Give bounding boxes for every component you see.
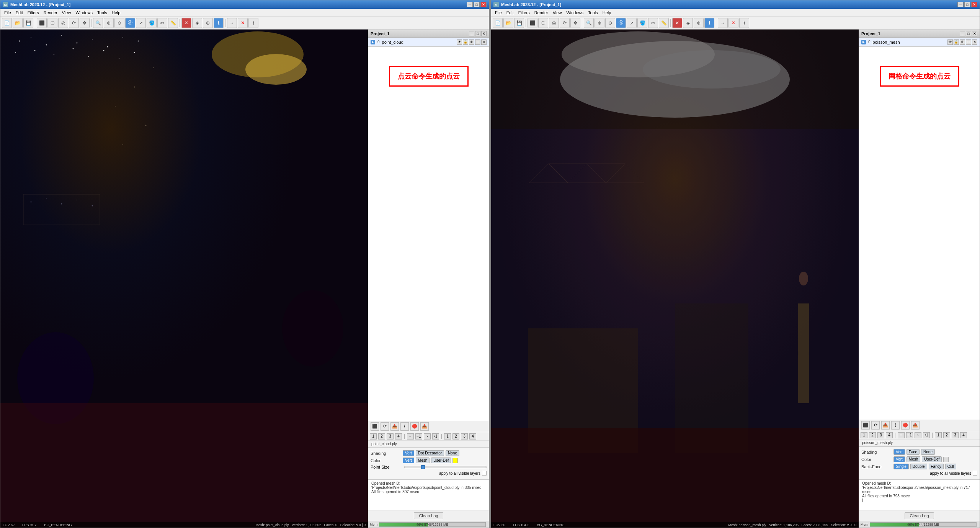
num-r1-left[interactable]: 1 [444,433,451,439]
tool-r3-left[interactable]: ⊕ [203,18,213,28]
apply-checkbox-right[interactable] [973,471,977,476]
num-r2-left[interactable]: 2 [452,433,459,439]
close-btn-left[interactable]: ✕ [480,2,487,7]
color-userdef-left[interactable]: User-Def [431,457,451,463]
layer-x-right[interactable]: ✕ [972,39,977,45]
maximize-btn-left[interactable]: □ [474,2,480,7]
layer-item-right[interactable]: ▶ 0 poisson_mesh 👁 🔒 🗑 ⋯ ✕ [859,38,980,46]
tool-11[interactable]: Ⓐ [125,18,135,28]
menu-help-right[interactable]: Help [600,10,614,15]
layer-item-left[interactable]: ▶ 0 point_cloud 👁 🔒 🗑 ⋯ ✕ [368,38,489,46]
tool-r10b[interactable]: ⊖ [605,18,615,28]
tool-10[interactable]: ⊖ [114,18,124,28]
menu-render-right[interactable]: Render [532,10,550,15]
layer-more-right[interactable]: ⋯ [966,39,971,45]
menu-windows-right[interactable]: Windows [564,10,586,15]
bf-double-right[interactable]: Double [910,464,927,469]
shading-none-right[interactable]: None [921,449,935,455]
mesh-t6-left[interactable]: 📤 [420,422,429,431]
tool-5[interactable]: ◎ [58,18,68,28]
maximize-btn-right[interactable]: □ [964,2,970,7]
num-minus1-right[interactable]: −1 [906,432,913,438]
mesh-t1-left[interactable]: ⬛ [371,422,379,431]
tool-12[interactable]: ↗ [136,18,146,28]
num-4-left[interactable]: 4 [395,433,402,439]
panel-close-right[interactable]: ✕ [972,31,977,36]
num-1-left[interactable]: 1 [370,433,377,439]
clean-log-btn-right[interactable]: Clean Log [905,512,934,519]
layer-lock-right[interactable]: 🔒 [954,39,959,45]
viewport-right[interactable]: FOV 60 FPS 104.2 BG_RENDERING Mesh: pois… [491,30,859,528]
tool-4[interactable]: ⬡ [47,18,57,28]
tool-extra-left[interactable]: ⟩ [248,18,258,28]
tool-7[interactable]: ✥ [80,18,90,28]
tool-ruler-right[interactable]: 📏 [659,18,669,28]
num-4-right[interactable]: 4 [886,432,893,438]
tool-red-right[interactable]: ✕ [672,18,682,28]
color-mesh-right[interactable]: Mesh [906,456,920,462]
tool-new-right[interactable]: 📄 [493,18,503,28]
tool-6[interactable]: ⟳ [69,18,79,28]
num-3-left[interactable]: 3 [387,433,394,439]
tool-r2b2[interactable]: ◈ [683,18,693,28]
menu-tools-left[interactable]: Tools [95,10,109,15]
menu-windows-left[interactable]: Windows [73,10,95,15]
tool-ruler-left[interactable]: 📏 [168,18,178,28]
num-3-right[interactable]: 3 [877,432,884,438]
tool-red2-left[interactable]: ✕ [238,18,248,28]
layer-del-right[interactable]: 🗑 [960,39,965,45]
num-minus1-left[interactable]: −1 [415,433,422,439]
tool-paint-left[interactable]: 🪣 [147,18,157,28]
panel-min-left[interactable]: _ [469,31,474,36]
tool-r12b[interactable]: ↗ [627,18,637,28]
num-minus-right[interactable]: − [898,432,905,438]
tool-scissors-left[interactable]: ✂ [157,18,167,28]
tool-r4b[interactable]: ⬡ [538,18,548,28]
menu-help-left[interactable]: Help [109,10,123,15]
tool-r8b[interactable]: 🔍 [584,18,594,28]
menu-filters-left[interactable]: Filters [25,10,41,15]
tool-r3b2[interactable]: ⊕ [694,18,704,28]
menu-filters-right[interactable]: Filters [516,10,532,15]
minimize-btn-left[interactable]: ─ [467,2,473,7]
menu-file-right[interactable]: File [493,10,504,15]
mesh-t4-right[interactable]: ⟨ [891,421,900,430]
tool-save-right[interactable]: 💾 [514,18,524,28]
menu-edit-right[interactable]: Edit [504,10,516,15]
num-plus1-right[interactable]: ‹1 [923,432,930,438]
tool-red-left[interactable]: ✕ [181,18,191,28]
num-r4-left[interactable]: 4 [469,433,476,439]
tool-arrow-right[interactable]: → [718,18,728,28]
tool-red2-right[interactable]: ✕ [728,18,738,28]
mesh-t1-right[interactable]: ⬛ [861,421,870,430]
menu-tools-right[interactable]: Tools [586,10,600,15]
tool-extra-right[interactable]: ⟩ [739,18,749,28]
tool-scissors-right[interactable]: ✂ [648,18,658,28]
mesh-t5-right[interactable]: 🔴 [901,421,910,430]
apply-checkbox-left[interactable] [482,471,487,476]
tool-r6b[interactable]: ⟳ [560,18,570,28]
color-vert-right[interactable]: Vert [893,456,905,462]
tool-open-left[interactable]: 📂 [13,18,23,28]
tool-arrow-left[interactable]: → [227,18,237,28]
panel-min-right[interactable]: _ [960,31,965,36]
color-userdef-right[interactable]: User-Def [922,456,942,462]
layer-x-left[interactable]: ✕ [481,39,487,45]
num-1-right[interactable]: 1 [861,432,867,438]
mesh-t3-right[interactable]: 📥 [881,421,890,430]
shading-face-right[interactable]: Face [906,449,920,455]
bf-cull-right[interactable]: Cull [945,464,956,469]
tool-new-left[interactable]: 📄 [2,18,12,28]
shading-vert-left[interactable]: Vert [403,450,414,456]
tool-save-left[interactable]: 💾 [23,18,33,28]
num-r3-right[interactable]: 3 [952,432,959,438]
mesh-t5-left[interactable]: 🔴 [410,422,419,431]
panel-close-left[interactable]: ✕ [481,31,487,36]
menu-file-left[interactable]: File [2,10,13,15]
num-r1-right[interactable]: 1 [935,432,942,438]
layer-del-left[interactable]: 🗑 [469,39,474,45]
menu-view-left[interactable]: View [60,10,74,15]
num-2-left[interactable]: 2 [378,433,385,439]
num-next-right[interactable]: › [915,432,921,438]
num-r3-left[interactable]: 3 [461,433,468,439]
